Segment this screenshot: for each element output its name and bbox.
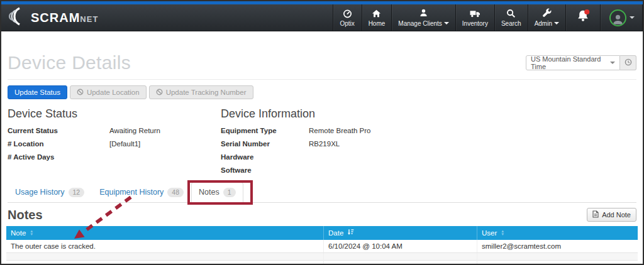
- nav-item-label: Manage Clients: [398, 20, 441, 27]
- detail-tabs: Usage History 12 Equipment History 48 No…: [8, 182, 636, 203]
- ban-icon: [156, 89, 163, 97]
- tab-equipment-history[interactable]: Equipment History 48: [92, 182, 191, 203]
- tab-label: Usage History: [15, 188, 65, 197]
- tab-notes[interactable]: Notes 1: [191, 182, 243, 203]
- note-document-icon: [592, 210, 599, 219]
- header-divider: [8, 79, 636, 80]
- field-serial-number: Serial Number RB219XL: [221, 140, 636, 153]
- nav-item-inventory[interactable]: Inventory: [455, 4, 494, 31]
- nav-item-label: Admin: [535, 20, 552, 27]
- tab-label: Notes: [199, 188, 219, 197]
- chevron-down-icon: [630, 16, 635, 21]
- chevron-down-icon: [554, 22, 559, 27]
- action-buttons: Update Status Update Location U: [8, 85, 636, 99]
- nav-item-admin[interactable]: Admin: [528, 4, 565, 31]
- column-label: User: [482, 229, 497, 237]
- field-value: Awaiting Return: [109, 127, 221, 134]
- field-value: [Default1]: [109, 140, 221, 148]
- sort-icon: ▲▼: [501, 230, 504, 235]
- nav-item-home[interactable]: Home: [362, 4, 392, 31]
- annotation-highlight-box: [187, 180, 253, 205]
- timezone-selected-value: US Mountain Standard Time: [531, 55, 610, 70]
- swoosh-logo-icon: [9, 7, 26, 28]
- update-status-button[interactable]: Update Status: [8, 85, 67, 99]
- nav-item-label: Home: [369, 20, 386, 27]
- brand-primary: SCRAM: [31, 11, 80, 25]
- field-equipment-type: Equipment Type Remote Breath Pro: [221, 127, 636, 140]
- page-header: Device Details US Mountain Standard Time: [8, 31, 636, 73]
- field-location: # Location [Default1]: [8, 140, 221, 153]
- field-value: RB219XL: [309, 140, 636, 148]
- update-location-label: Update Location: [87, 89, 140, 96]
- sort-amount-desc-icon: [347, 229, 354, 237]
- ban-icon: [77, 89, 84, 97]
- avatar: [609, 9, 626, 26]
- field-value: Remote Breath Pro: [309, 127, 636, 134]
- person-icon: [419, 8, 428, 18]
- field-label: Equipment Type: [221, 127, 309, 134]
- field-label: Hardware: [221, 153, 309, 161]
- column-label: Note: [11, 229, 26, 237]
- nav-item-search[interactable]: Search: [494, 4, 528, 31]
- device-detail-columns: Device Status Current Status Awaiting Re…: [8, 107, 636, 180]
- truck-icon: [470, 9, 480, 18]
- device-information-section: Device Information Equipment Type Remote…: [221, 107, 636, 180]
- timezone-control: US Mountain Standard Time: [526, 55, 636, 70]
- scramnet-logo[interactable]: SCRAM NET: [9, 4, 98, 31]
- tab-usage-history[interactable]: Usage History 12: [8, 182, 92, 203]
- gauge-icon: [343, 9, 352, 18]
- update-tracking-label: Update Tracking Number: [166, 89, 247, 96]
- field-label: # Active Days: [8, 153, 109, 161]
- timezone-select[interactable]: US Mountain Standard Time: [526, 55, 620, 70]
- notes-table-header: Note ▲▼ Date: [6, 226, 638, 240]
- notes-table: Note ▲▼ Date: [6, 226, 638, 261]
- clock-icon: [625, 57, 632, 68]
- home-icon: [372, 9, 381, 18]
- top-navbar: SCRAM NET Optix: [1, 4, 643, 31]
- field-label: # Location: [8, 140, 109, 148]
- notes-header: Notes Add Note: [8, 208, 636, 222]
- app-window: SCRAM NET Optix: [0, 0, 644, 265]
- chevron-down-icon: [610, 62, 615, 67]
- brand-text: SCRAM NET: [31, 11, 98, 25]
- tab-count-badge: 12: [69, 188, 85, 197]
- field-label: Serial Number: [221, 140, 309, 148]
- column-header-note[interactable]: Note ▲▼: [6, 226, 323, 240]
- bell-icon: [575, 9, 591, 26]
- column-header-date[interactable]: Date: [323, 226, 477, 240]
- add-note-label: Add Note: [602, 211, 631, 219]
- timezone-addon-button[interactable]: [620, 55, 636, 70]
- field-label: Software: [221, 166, 309, 174]
- field-software: Software: [221, 166, 636, 180]
- empty-striped-row: [6, 253, 638, 261]
- wrench-icon: [542, 8, 552, 18]
- field-label: Current Status: [8, 127, 109, 134]
- add-note-button[interactable]: Add Note: [587, 208, 636, 222]
- nav-item-manage-clients[interactable]: Manage Clients: [391, 4, 455, 31]
- device-status-section: Device Status Current Status Awaiting Re…: [8, 107, 221, 180]
- user-cell: smiller2@scramtest.com: [477, 240, 638, 252]
- nav-item-label: Optix: [340, 20, 354, 27]
- brand-secondary: NET: [80, 14, 98, 24]
- tab-count-badge: 48: [167, 188, 184, 197]
- column-header-user[interactable]: User ▲▼: [477, 226, 638, 240]
- update-tracking-number-button[interactable]: Update Tracking Number: [149, 85, 253, 99]
- update-location-button[interactable]: Update Location: [70, 85, 147, 99]
- notes-heading: Notes: [8, 208, 43, 222]
- profile-menu[interactable]: [600, 4, 643, 31]
- search-icon: [506, 9, 516, 18]
- tab-label: Equipment History: [99, 188, 164, 197]
- page-body: Device Details US Mountain Standard Time: [1, 31, 643, 261]
- nav-menu: Optix Home Manage Clients: [333, 4, 565, 31]
- tab-count-badge: 1: [223, 188, 236, 197]
- device-information-heading: Device Information: [221, 107, 636, 121]
- chevron-down-icon: [444, 22, 449, 27]
- field-hardware: Hardware: [221, 153, 636, 166]
- nav-item-optix[interactable]: Optix: [333, 4, 362, 31]
- sort-icon: ▲▼: [30, 230, 33, 235]
- field-active-days: # Active Days: [8, 153, 221, 166]
- column-label: Date: [328, 229, 343, 237]
- notifications-button[interactable]: [565, 4, 600, 31]
- field-current-status: Current Status Awaiting Return: [8, 127, 221, 140]
- note-cell: The outer case is cracked.: [6, 240, 323, 252]
